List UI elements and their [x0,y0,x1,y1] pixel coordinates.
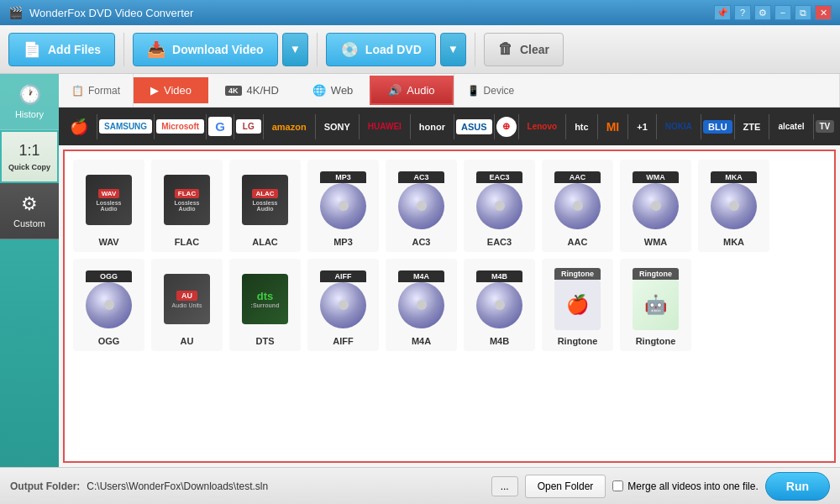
dvd-dropdown[interactable]: ▼ [440,33,466,66]
format-icon: 📋 [71,74,84,108]
zte-logo[interactable]: ZTE [737,118,768,135]
browse-button[interactable]: ... [491,476,518,496]
mp3-icon [320,183,366,229]
dts-icon: dts :Surround [242,274,288,324]
format-item-ringtone-android[interactable]: Ringtone 🤖 Ringtone [620,259,691,351]
m4b-label: M4B [490,336,509,346]
aiff-icon [320,282,366,328]
sidebar-item-history[interactable]: 🕐 History [0,74,59,130]
sony-logo[interactable]: SONY [318,118,357,135]
format-item-flac[interactable]: FLAC Lossless Audio FLAC [151,160,223,252]
output-path: C:\Users\WonderFox\Downloads\test.sln [87,480,484,492]
format-item-aiff[interactable]: AIFF AIFF [307,259,379,351]
eac3-label: EAC3 [487,237,512,247]
clear-button[interactable]: 🗑 Clear [484,33,564,66]
pin-button[interactable]: 📌 [714,5,731,20]
download-icon: 📥 [147,40,165,59]
samsung-logo[interactable]: SAMSUNG [99,119,152,134]
video-tab-icon: ▶ [150,84,159,97]
alcatel-logo[interactable]: alcatel [771,118,811,134]
main-panel: 🕐 History 1:1 Quick Copy ⚙ Custom 📋 Form… [0,74,840,467]
tv-logo[interactable]: TV [816,120,835,133]
au-icon: AU Audio Units [164,274,210,324]
oneplus-logo[interactable]: +1 [630,118,654,135]
motorola-logo[interactable]: ⊕ [496,117,517,137]
format-item-au[interactable]: AU Audio Units AU [151,259,223,351]
htc-logo[interactable]: htc [568,118,596,135]
ringtone-android-icon: 🤖 [633,280,679,330]
blu-logo[interactable]: BLU [703,120,732,134]
sidebar-item-custom[interactable]: ⚙ Custom [0,183,59,239]
amazon-logo[interactable]: amazon [265,118,313,135]
open-folder-button[interactable]: Open Folder [525,475,606,498]
hd-icon: 4K [225,86,242,96]
lenovo-logo[interactable]: Lenovo [521,118,564,134]
custom-icon: ⚙ [21,193,38,215]
m4a-icon [398,282,444,328]
mka-icon [711,183,757,229]
aac-label: AAC [568,237,588,247]
microsoft-logo[interactable]: Microsoft [156,119,204,134]
asus-logo[interactable]: ASUS [456,119,492,134]
nokia-logo[interactable]: NOKIA [659,118,699,134]
format-item-wav[interactable]: WAV Lossless Audio WAV [73,160,144,252]
web-tab[interactable]: 🌐 Web [296,77,370,103]
device-label: 📱 Device [454,74,840,107]
format-item-m4a[interactable]: M4A M4A [386,259,457,351]
format-item-m4b[interactable]: M4B M4B [464,259,535,351]
format-item-ringtone-ios[interactable]: Ringtone 🍎 Ringtone [542,259,613,351]
format-item-alac[interactable]: ALAC Lossless Audio ALAC [229,160,301,252]
minimize-button[interactable]: − [774,5,791,20]
sidebar: 🕐 History 1:1 Quick Copy ⚙ Custom [0,74,59,467]
device-section-header: 📱 Device [454,74,840,107]
mka-label: MKA [723,237,744,247]
format-item-eac3[interactable]: EAC3 EAC3 [464,160,535,252]
download-video-button[interactable]: 📥 Download Video [133,33,278,66]
lg-logo[interactable]: LG [236,119,261,134]
format-label: 📋 Format [59,74,134,107]
merge-label: Merge all videos into one file. [627,480,758,492]
sidebar-item-quick-copy[interactable]: 1:1 Quick Copy [0,130,59,183]
device-logos-row: 🍎 SAMSUNG Microsoft G LG amazon SONY HUA… [59,108,840,145]
ac3-label: AC3 [412,237,430,247]
honor-logo[interactable]: honor [412,118,452,135]
format-item-wma[interactable]: WMA WMA [620,160,691,252]
add-files-button[interactable]: 📄 Add Files [8,33,115,66]
format-item-aac[interactable]: AAC AAC [542,160,613,252]
wma-icon [633,183,679,229]
format-item-mka[interactable]: MKA MKA [698,160,769,252]
aac-icon [554,183,601,229]
help-button[interactable]: ? [734,5,751,20]
au-label: AU [181,336,194,346]
hd-tab[interactable]: 4K 4K/HD [208,77,296,103]
mi-logo[interactable]: MI [600,117,627,137]
run-button[interactable]: Run [765,472,830,501]
flac-icon: FLAC Lossless Audio [164,175,210,225]
apple-logo[interactable]: 🍎 [63,114,95,139]
download-dropdown[interactable]: ▼ [282,33,308,66]
separator-3 [475,33,475,66]
format-item-mp3[interactable]: MP3 MP3 [307,160,379,252]
merge-checkbox[interactable] [612,480,623,491]
close-button[interactable]: ✕ [815,5,832,20]
aiff-label: AIFF [333,336,353,346]
audio-formats-grid: WAV Lossless Audio WAV FLAC Lossless Aud… [63,150,836,463]
wav-icon: WAV Lossless Audio [86,175,132,225]
audio-tab[interactable]: 🔊 Audio [370,76,453,105]
eac3-icon [476,183,522,229]
load-dvd-button[interactable]: 💿 Load DVD [326,33,436,66]
settings-button[interactable]: ⚙ [754,5,771,20]
video-tab[interactable]: ▶ Video [134,77,208,103]
format-item-ogg[interactable]: OGG OGG [73,259,144,351]
ringtone-ios-icon: 🍎 [554,280,601,330]
google-logo[interactable]: G [208,117,232,136]
restore-button[interactable]: ⧉ [795,5,811,20]
wma-label: WMA [644,237,668,247]
huawei-logo[interactable]: HUAWEI [361,118,408,134]
format-item-ac3[interactable]: AC3 AC3 [386,160,457,252]
alac-label: ALAC [252,237,278,247]
merge-checkbox-container: Merge all videos into one file. [612,480,758,492]
format-item-dts[interactable]: dts :Surround DTS [229,259,301,351]
flac-label: FLAC [175,237,199,247]
ogg-icon [86,282,132,328]
